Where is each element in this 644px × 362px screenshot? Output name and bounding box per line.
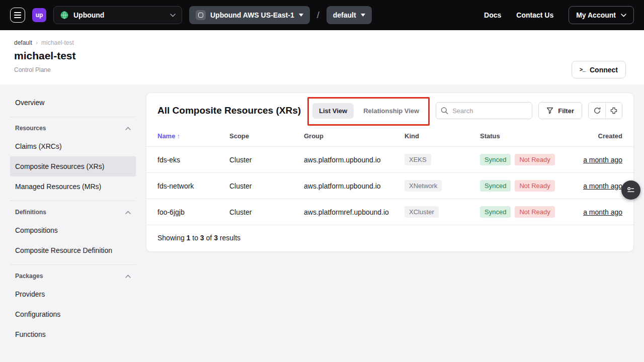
created-link[interactable]: a month ago [583, 208, 622, 216]
table-row[interactable]: fds-network Cluster aws.platform.upbound… [146, 173, 633, 199]
my-account-label: My Account [576, 11, 616, 19]
sidebar-item-claims[interactable]: Claims (XRCs) [10, 136, 136, 156]
cell-kind: XNetwork [405, 173, 480, 199]
content-area: Overview Resources Claims (XRCs) Composi… [0, 84, 644, 361]
chevron-down-icon [621, 14, 626, 17]
not-ready-badge: Not Ready [515, 180, 554, 192]
cell-name: fds-eks [146, 147, 229, 173]
cell-created: a month ago [573, 147, 633, 173]
caret-down-icon [299, 14, 303, 17]
page-header: default › michael-test michael-test Cont… [0, 30, 644, 84]
org-selector-label: Upbound [73, 11, 104, 19]
connect-button[interactable]: >_ Connect [572, 61, 626, 78]
page-title: michael-test [14, 50, 630, 62]
search-icon [441, 107, 448, 115]
menu-button[interactable] [10, 8, 25, 23]
search-input[interactable] [436, 102, 532, 119]
cell-status: SyncedNot Ready [480, 199, 573, 225]
logo-text: up [36, 12, 43, 19]
caret-down-icon [361, 14, 365, 17]
connect-label: Connect [590, 66, 618, 74]
cell-status: SyncedNot Ready [480, 147, 573, 173]
cell-group: aws.platformref.upbound.io [304, 199, 405, 225]
sidebar-item-configurations[interactable]: Configurations [10, 304, 136, 324]
contact-us-link[interactable]: Contact Us [516, 11, 553, 19]
created-link[interactable]: a month ago [583, 182, 622, 190]
toolbar-icon-group [588, 102, 622, 119]
created-link[interactable]: a month ago [583, 156, 622, 164]
breadcrumb-root[interactable]: default [14, 39, 32, 46]
sidebar: Overview Resources Claims (XRCs) Composi… [10, 93, 136, 344]
sidebar-item-functions[interactable]: Functions [10, 324, 136, 344]
sidebar-item-composite-resources[interactable]: Composite Resources (XRs) [10, 156, 136, 176]
cell-group: aws.platform.upbound.io [304, 147, 405, 173]
column-header-scope: Scope [229, 128, 304, 147]
filter-icon [546, 107, 553, 114]
sidebar-section-packages[interactable]: Packages [10, 264, 136, 284]
refresh-button[interactable] [589, 103, 605, 119]
globe-icon [60, 11, 69, 20]
column-header-kind: Kind [405, 128, 480, 147]
cell-kind: XEKS [405, 147, 480, 173]
kind-badge: XCluster [405, 206, 439, 218]
top-navigation: Docs Contact Us My Account [484, 6, 634, 24]
sort-asc-icon: ↑ [177, 132, 180, 140]
org-selector-dropdown[interactable]: Upbound [53, 6, 182, 24]
chevron-up-icon [125, 275, 131, 278]
relationship-view-button[interactable]: Relationship View [357, 103, 426, 119]
cell-scope: Cluster [229, 199, 304, 225]
sidebar-section-resources[interactable]: Resources [10, 117, 136, 136]
breadcrumb-separator-icon: › [36, 39, 38, 46]
synced-badge: Synced [480, 180, 511, 192]
control-plane-selector-label: Upbound AWS US-East-1 [210, 11, 294, 19]
sidebar-item-composite-resource-definition[interactable]: Composite Resource Definition [10, 240, 136, 260]
column-header-name[interactable]: Name↑ [146, 128, 229, 147]
namespace-selector-label: default [333, 11, 356, 19]
not-ready-badge: Not Ready [515, 154, 554, 165]
sidebar-item-compositions[interactable]: Compositions [10, 220, 136, 240]
kind-badge: XNetwork [405, 180, 442, 192]
list-view-button[interactable]: List View [312, 103, 354, 119]
cell-kind: XCluster [405, 199, 480, 225]
extensions-button[interactable] [605, 103, 622, 119]
sidebar-item-managed-resources[interactable]: Managed Resources (MRs) [10, 176, 136, 197]
upbound-logo: up [32, 8, 46, 22]
control-plane-icon [196, 10, 206, 20]
column-header-created: Created [573, 128, 633, 147]
section-label: Definitions [15, 209, 46, 216]
card-toolbar: All Composite Resources (XRs) List View … [146, 93, 633, 128]
section-label: Resources [15, 125, 46, 132]
page-subtitle: Control Plane [14, 66, 630, 73]
column-header-status: Status [480, 128, 573, 147]
feedback-icon [626, 186, 635, 195]
namespace-selector-dropdown[interactable]: default [327, 6, 372, 24]
cell-status: SyncedNot Ready [480, 173, 573, 199]
sidebar-item-overview[interactable]: Overview [10, 93, 136, 113]
view-toggle: List View Relationship View [312, 103, 426, 119]
cell-name: foo-6jgjb [146, 199, 229, 225]
card-title: All Composite Resources (XRs) [157, 105, 301, 116]
cell-scope: Cluster [229, 173, 304, 199]
search-box [436, 102, 532, 119]
table-row[interactable]: foo-6jgjb Cluster aws.platformref.upboun… [146, 199, 633, 225]
synced-badge: Synced [480, 154, 511, 165]
feedback-fab-button[interactable] [621, 180, 640, 200]
cell-group: aws.platform.upbound.io [304, 173, 405, 199]
topbar: up Upbound Upbound AWS US-East-1 / defau… [0, 0, 644, 30]
docs-link[interactable]: Docs [484, 11, 501, 19]
path-separator: / [317, 10, 319, 21]
filter-button[interactable]: Filter [538, 102, 582, 119]
my-account-button[interactable]: My Account [569, 6, 634, 24]
filter-label: Filter [558, 107, 574, 115]
control-plane-selector-dropdown[interactable]: Upbound AWS US-East-1 [189, 6, 310, 24]
synced-badge: Synced [480, 206, 511, 218]
results-summary: Showing 1 to 3 of 3 results [146, 225, 633, 251]
cell-created: a month ago [573, 199, 633, 225]
breadcrumb: default › michael-test [14, 39, 630, 46]
sidebar-item-providers[interactable]: Providers [10, 284, 136, 304]
table-row[interactable]: fds-eks Cluster aws.platform.upbound.io … [146, 147, 633, 173]
section-label: Packages [15, 273, 43, 280]
table-header-row: Name↑ Scope Group Kind Status Created [146, 128, 633, 147]
cell-name: fds-network [146, 173, 229, 199]
sidebar-section-definitions[interactable]: Definitions [10, 201, 136, 220]
